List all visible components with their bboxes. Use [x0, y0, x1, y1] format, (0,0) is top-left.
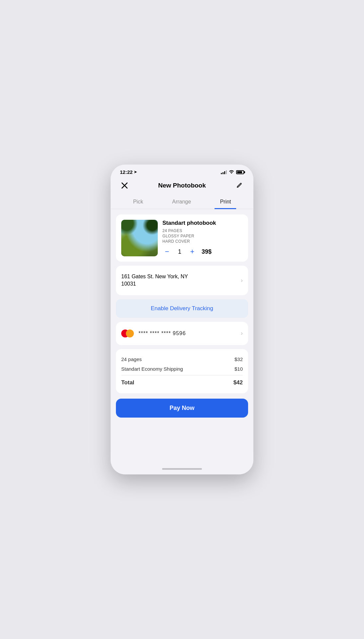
address-row[interactable]: 161 Gates St. New York, NY 10031 › — [121, 271, 243, 290]
total-value: $42 — [233, 379, 243, 386]
tab-pick[interactable]: Pick — [128, 195, 148, 209]
status-icons — [221, 170, 244, 175]
address-card[interactable]: 161 Gates St. New York, NY 10031 › — [116, 266, 248, 295]
mastercard-icon — [121, 329, 135, 338]
pages-label: 24 pages — [121, 356, 142, 362]
phone-frame: 12:22 ➤ New Photobook Pick — [111, 165, 253, 474]
card-number: **** **** **** 9596 — [138, 330, 186, 336]
payment-chevron-icon: › — [241, 330, 243, 337]
pay-now-button[interactable]: Pay Now — [116, 399, 248, 418]
decrease-quantity-button[interactable]: − — [162, 247, 172, 256]
wifi-icon — [229, 170, 234, 175]
address-line1: 161 Gates St. New York, NY — [121, 273, 188, 280]
tab-print[interactable]: Print — [215, 195, 236, 209]
status-time: 12:22 ➤ — [120, 169, 137, 175]
shipping-label: Standart Economy Shipping — [121, 366, 183, 372]
edit-button[interactable] — [233, 180, 245, 192]
payment-card[interactable]: **** **** **** 9596 › — [116, 322, 248, 345]
location-icon: ➤ — [134, 170, 137, 174]
summary-row-total: Total $42 — [121, 375, 243, 388]
shipping-value: $10 — [234, 366, 243, 372]
product-spec-cover: HARD COVER — [162, 239, 243, 244]
summary-row-pages: 24 pages $32 — [121, 354, 243, 364]
product-image — [121, 220, 158, 256]
address-text: 161 Gates St. New York, NY 10031 — [121, 273, 188, 288]
time-display: 12:22 — [120, 169, 133, 175]
main-content: Standart photobook 24 PAGES GLOSSY PAPER… — [111, 209, 253, 463]
total-label: Total — [121, 379, 134, 386]
summary-row-shipping: Standart Economy Shipping $10 — [121, 364, 243, 374]
increase-quantity-button[interactable]: + — [188, 247, 197, 256]
pages-value: $32 — [234, 356, 243, 362]
card-info: **** **** **** 9596 — [121, 329, 186, 338]
product-spec-pages: 24 PAGES — [162, 228, 243, 233]
tracking-button-label: Enable Delivery Tracking — [151, 305, 213, 312]
product-row: Standart photobook 24 PAGES GLOSSY PAPER… — [121, 220, 243, 256]
home-indicator — [111, 463, 253, 474]
page-title: New Photobook — [158, 182, 206, 189]
product-spec-paper: GLOSSY PAPER — [162, 234, 243, 238]
nav-bar: New Photobook — [111, 177, 253, 195]
product-controls: − 1 + 39$ — [162, 247, 243, 256]
enable-tracking-button[interactable]: Enable Delivery Tracking — [116, 299, 248, 318]
tabs-bar: Pick Arrange Print — [111, 195, 253, 209]
payment-row[interactable]: **** **** **** 9596 › — [121, 327, 243, 340]
close-button[interactable] — [119, 180, 131, 192]
home-bar — [162, 468, 202, 470]
pay-now-label: Pay Now — [169, 405, 194, 411]
quantity-value: 1 — [176, 248, 183, 255]
status-bar: 12:22 ➤ — [111, 165, 253, 177]
tab-arrange[interactable]: Arrange — [167, 195, 196, 209]
address-chevron-icon: › — [241, 277, 243, 284]
summary-card: 24 pages $32 Standart Economy Shipping $… — [116, 349, 248, 393]
address-line2: 10031 — [121, 280, 188, 288]
product-price: 39$ — [202, 248, 212, 255]
battery-icon — [236, 170, 244, 174]
product-name: Standart photobook — [162, 220, 243, 226]
product-details: Standart photobook 24 PAGES GLOSSY PAPER… — [162, 220, 243, 256]
product-card: Standart photobook 24 PAGES GLOSSY PAPER… — [116, 214, 248, 262]
signal-icon — [221, 170, 227, 174]
